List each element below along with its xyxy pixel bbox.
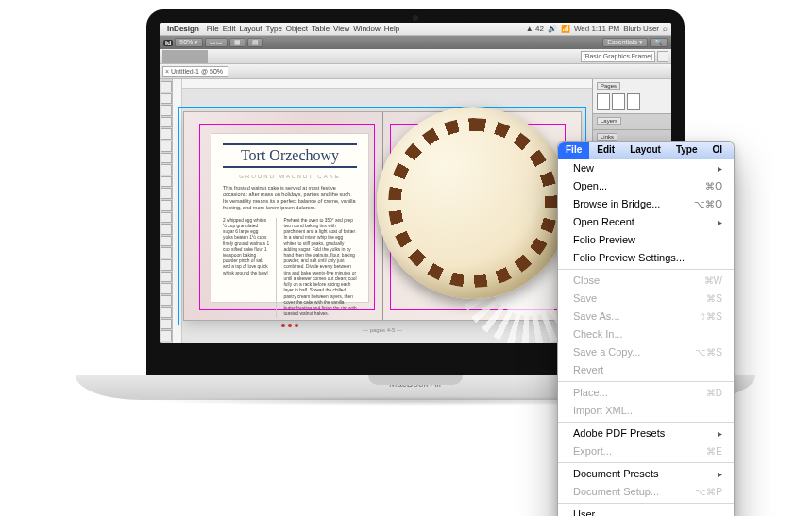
pages-tab[interactable]: Pages	[597, 82, 620, 90]
tool-button[interactable]	[161, 283, 172, 294]
mac-menu-layout[interactable]: Layout	[239, 25, 262, 33]
tool-button[interactable]	[161, 319, 172, 330]
app-name[interactable]: InDesign	[167, 25, 199, 33]
menu-tab-layout[interactable]: Layout	[622, 142, 668, 159]
volume-icon[interactable]: 🔊	[548, 25, 557, 33]
recipe-ingredients: 2 whipped egg whites ½ cup granulated su…	[223, 218, 277, 318]
tool-button[interactable]	[161, 247, 172, 258]
menu-item-adobe-pdf-presets[interactable]: Adobe PDF Presets	[558, 424, 734, 442]
menu-tab-ol[interactable]: Ol	[705, 142, 731, 159]
tool-button[interactable]	[161, 307, 172, 318]
file-menu-overlay: FileEditLayoutTypeOl NewOpen...⌘OBrowse …	[557, 141, 735, 516]
tool-button[interactable]	[161, 164, 172, 175]
tools-panel	[160, 79, 173, 343]
menu-tab-file[interactable]: File	[558, 142, 589, 159]
menu-item-revert: Revert	[558, 361, 734, 379]
mac-menu-table[interactable]: Table	[312, 25, 330, 33]
menu-item-folio-preview[interactable]: Folio Preview	[558, 231, 734, 249]
tool-button[interactable]	[161, 141, 172, 152]
tool-button[interactable]	[161, 128, 172, 140]
menu-item-close: Close⌘W	[558, 272, 734, 290]
tool-button[interactable]	[161, 259, 172, 271]
layers-panel[interactable]: Layers	[593, 114, 671, 130]
menu-tab-type[interactable]: Type	[668, 142, 705, 159]
zoom-combo[interactable]: 50% ▾	[175, 38, 203, 47]
tool-button[interactable]	[161, 93, 172, 105]
zoom-label: ▲ 42	[526, 25, 544, 33]
control-bar: [Basic Graphics Frame]	[160, 49, 671, 64]
wifi-icon[interactable]: 📶	[561, 25, 570, 33]
menu-item-check-in: Check In...	[558, 325, 734, 343]
menu-item-browse-in-bridge[interactable]: Browse in Bridge...⌥⌘O	[558, 195, 734, 213]
menu-item-folio-preview-settings[interactable]: Folio Preview Settings...	[558, 249, 734, 267]
page-thumb[interactable]	[597, 93, 610, 110]
arrange[interactable]: ▤	[247, 38, 263, 47]
menu-item-open-recent[interactable]: Open Recent	[558, 213, 734, 231]
layers-tab[interactable]: Layers	[597, 117, 621, 125]
mac-menu-file[interactable]: File	[207, 25, 219, 33]
recipe-ornament	[223, 324, 357, 327]
view-options[interactable]: ▭▭	[205, 38, 228, 47]
tool-button[interactable]	[161, 105, 172, 116]
menu-item-save-a-copy: Save a Copy...⌥⌘S	[558, 343, 734, 361]
page-spread[interactable]: Tort Orzechowy GROUND WALNUT CAKE This f…	[184, 112, 581, 320]
tool-button[interactable]	[161, 81, 172, 92]
recipe-subtitle: GROUND WALNUT CAKE	[223, 174, 357, 179]
menu-item-save-as: Save As...⇧⌘S	[558, 308, 734, 325]
mac-menu-view[interactable]: View	[333, 25, 349, 33]
tool-button[interactable]	[161, 176, 172, 188]
page-thumb[interactable]	[612, 93, 625, 110]
style-combo[interactable]: [Basic Graphics Frame]	[581, 51, 655, 62]
recipe-title: Tort Orzechowy	[223, 143, 357, 168]
spotlight-icon[interactable]: ⌕	[663, 25, 668, 33]
tool-button[interactable]	[161, 224, 172, 235]
clock[interactable]: Wed 1:11 PM	[574, 25, 619, 33]
control-button[interactable]	[206, 50, 208, 63]
tool-button[interactable]	[161, 272, 172, 283]
mac-menu-object[interactable]: Object	[286, 25, 308, 33]
menu-tab-strip: FileEditLayoutTypeOl	[558, 142, 734, 159]
pages-panel[interactable]: Pages	[593, 79, 671, 114]
menu-item-document-presets[interactable]: Document Presets	[558, 465, 734, 483]
menu-separator	[558, 269, 734, 270]
menu-tab-edit[interactable]: Edit	[589, 142, 622, 159]
tool-button[interactable]	[161, 212, 172, 224]
tool-button[interactable]	[161, 200, 172, 211]
recipe-text-frame[interactable]: Tort Orzechowy GROUND WALNUT CAKE This f…	[211, 133, 369, 303]
cake-photo[interactable]	[377, 107, 569, 299]
menu-item-import-xml: Import XML...	[558, 402, 734, 420]
indesign-badge-icon: Id	[163, 40, 173, 46]
menu-item-export: Export...⌘E	[558, 442, 734, 460]
tab-bar: × Untitled-1 @ 50%	[160, 64, 671, 79]
menu-item-user[interactable]: User...	[558, 506, 734, 516]
menu-item-new[interactable]: New	[558, 159, 734, 177]
links-tab[interactable]: Links	[597, 133, 617, 141]
menu-item-document-setup: Document Setup...⌥⌘P	[558, 483, 734, 501]
screen-mode[interactable]: ▦	[229, 38, 245, 47]
mac-menu-type[interactable]: Type	[266, 25, 282, 33]
mac-menu-edit[interactable]: Edit	[223, 25, 236, 33]
workspace-switcher[interactable]: Essentials ▾	[602, 38, 648, 47]
control-flyout[interactable]	[657, 51, 668, 62]
tool-button[interactable]	[161, 330, 172, 341]
tool-button[interactable]	[161, 153, 172, 164]
mac-menu-help[interactable]: Help	[384, 25, 399, 33]
menu-separator	[558, 462, 734, 463]
tool-button[interactable]	[161, 117, 172, 128]
mac-menu-window[interactable]: Window	[353, 25, 380, 33]
tool-button[interactable]	[161, 236, 172, 247]
menu-item-open[interactable]: Open...⌘O	[558, 177, 734, 195]
doc-tab[interactable]: × Untitled-1 @ 50%	[162, 66, 228, 77]
trackpad-notch	[368, 375, 463, 385]
ruler-horizontal[interactable]	[173, 79, 592, 89]
page-thumb[interactable]	[627, 93, 640, 110]
tool-button[interactable]	[161, 188, 172, 199]
document-canvas[interactable]: Tort Orzechowy GROUND WALNUT CAKE This f…	[173, 79, 592, 343]
search-help[interactable]: 🔍	[650, 38, 668, 47]
user-label[interactable]: Blurb User	[623, 25, 659, 33]
menu-item-save: Save⌘S	[558, 290, 734, 308]
menu-separator	[558, 422, 734, 423]
tool-button[interactable]	[161, 295, 172, 307]
menu-item-place: Place...⌘D	[558, 384, 734, 402]
camera-dot	[413, 15, 418, 21]
